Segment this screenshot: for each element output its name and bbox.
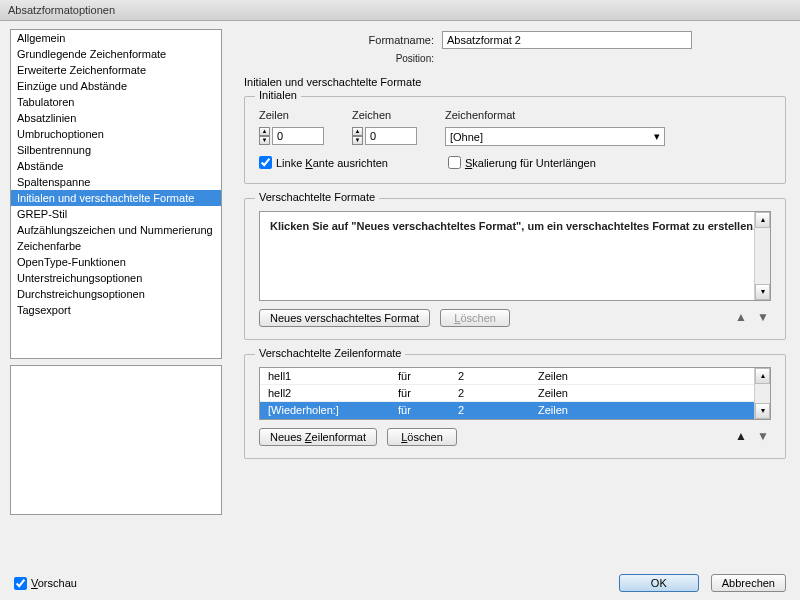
sidebar-item[interactable]: GREP-Stil (11, 206, 221, 222)
sidebar-item[interactable]: Absatzlinien (11, 110, 221, 126)
lineformat-move-up-icon[interactable]: ▲ (733, 429, 749, 445)
preview-checkbox[interactable]: Vorschau (14, 577, 77, 590)
zeichen-label: Zeichen (352, 109, 417, 121)
formatname-input[interactable] (442, 31, 692, 49)
lineformat-cell-word: für (398, 387, 458, 399)
zeichen-spin-up[interactable]: ▲ (352, 127, 363, 136)
lineformat-cell-name: hell1 (268, 370, 398, 382)
lineformat-cell-count: 2 (458, 387, 538, 399)
align-left-label: Linke Kante ausrichten (276, 157, 388, 169)
sidebar-item[interactable]: Abstände (11, 158, 221, 174)
sidebar-item[interactable]: Erweiterte Zeichenformate (11, 62, 221, 78)
zeichen-spin-down[interactable]: ▼ (352, 136, 363, 145)
align-left-checkbox[interactable]: Linke Kante ausrichten (259, 156, 388, 169)
sidebar-item[interactable]: Silbentrennung (11, 142, 221, 158)
lineformats-table[interactable]: hell1für2Zeilenhell2für2Zeilen[Wiederhol… (259, 367, 771, 420)
chevron-down-icon: ▾ (654, 130, 660, 143)
scroll-down-icon[interactable]: ▾ (755, 284, 770, 300)
lineformat-cell-unit: Zeilen (538, 370, 762, 382)
nested-move-up-icon[interactable]: ▲ (733, 310, 749, 326)
align-left-input[interactable] (259, 156, 272, 169)
new-lineformat-button[interactable]: Neues Zeilenformat (259, 428, 377, 446)
lineformat-move-down-icon[interactable]: ▼ (755, 429, 771, 445)
sidebar-item[interactable]: Tabulatoren (11, 94, 221, 110)
lineformat-row[interactable]: [Wiederholen:]für2Zeilen (260, 402, 770, 419)
preview-input[interactable] (14, 577, 27, 590)
lineformat-row[interactable]: hell1für2Zeilen (260, 368, 770, 385)
cancel-button[interactable]: Abbrechen (711, 574, 786, 592)
initials-legend: Initialen (255, 89, 301, 101)
window-title: Absatzformatoptionen (8, 4, 115, 16)
zeichen-input[interactable] (365, 127, 417, 145)
scale-input[interactable] (448, 156, 461, 169)
scroll-up-icon[interactable]: ▴ (755, 212, 770, 228)
sidebar-item[interactable]: Durchstreichungsoptionen (11, 286, 221, 302)
position-label: Position: (244, 53, 434, 64)
scroll-up-icon[interactable]: ▴ (755, 368, 770, 384)
sidebar-item[interactable]: Tagsexport (11, 302, 221, 318)
nested-move-down-icon[interactable]: ▼ (755, 310, 771, 326)
sidebar-item[interactable]: Allgemein (11, 30, 221, 46)
nested-scrollbar[interactable]: ▴ ▾ (754, 212, 770, 300)
lineformat-cell-unit: Zeilen (538, 404, 762, 416)
sidebar-item[interactable]: OpenType-Funktionen (11, 254, 221, 270)
formatname-row: Formatname: (244, 31, 786, 49)
page-title: Initialen und verschachtelte Formate (244, 76, 786, 88)
zeichen-field: Zeichen ▲ ▼ (352, 109, 417, 145)
sidebar-list[interactable]: AllgemeinGrundlegende ZeichenformateErwe… (10, 29, 222, 359)
lineformat-cell-unit: Zeilen (538, 387, 762, 399)
sidebar-item[interactable]: Aufzählungszeichen und Nummerierung (11, 222, 221, 238)
zeilen-spin-down[interactable]: ▼ (259, 136, 270, 145)
sidebar: AllgemeinGrundlegende ZeichenformateErwe… (0, 21, 222, 561)
main-area: AllgemeinGrundlegende ZeichenformateErwe… (0, 21, 800, 561)
nested-group: Verschachtelte Formate Klicken Sie auf "… (244, 198, 786, 340)
position-row: Position: (244, 53, 786, 64)
lineformat-cell-word: für (398, 370, 458, 382)
sidebar-item[interactable]: Unterstreichungsoptionen (11, 270, 221, 286)
zeichenformat-select[interactable]: [Ohne] ▾ (445, 127, 665, 146)
sidebar-preview-box (10, 365, 222, 515)
zeichenformat-value: [Ohne] (450, 131, 483, 143)
scale-label: Skalierung für Unterlängen (465, 157, 596, 169)
lineformat-cell-count: 2 (458, 370, 538, 382)
scroll-down-icon[interactable]: ▾ (755, 403, 770, 419)
zeilen-label: Zeilen (259, 109, 324, 121)
delete-lineformat-button[interactable]: Löschen (387, 428, 457, 446)
zeilen-input[interactable] (272, 127, 324, 145)
sidebar-item[interactable]: Spaltenspanne (11, 174, 221, 190)
sidebar-item[interactable]: Einzüge und Abstände (11, 78, 221, 94)
preview-label: Vorschau (31, 577, 77, 589)
dialog-footer: Vorschau OK Abbrechen (0, 566, 800, 600)
sidebar-item[interactable]: Umbruchoptionen (11, 126, 221, 142)
lineformat-cell-name: hell2 (268, 387, 398, 399)
initials-group: Initialen Zeilen ▲ ▼ Zeichen (244, 96, 786, 184)
lineformats-group: Verschachtelte Zeilenformate hell1für2Ze… (244, 354, 786, 459)
zeichenformat-field: Zeichenformat [Ohne] ▾ (445, 109, 665, 146)
zeichenformat-label: Zeichenformat (445, 109, 665, 121)
nested-legend: Verschachtelte Formate (255, 191, 379, 203)
content-pane: Formatname: Position: Initialen und vers… (222, 21, 800, 561)
nested-hint: Klicken Sie auf "Neues verschachteltes F… (260, 212, 770, 240)
delete-nested-button: Löschen (440, 309, 510, 327)
lineformat-cell-count: 2 (458, 404, 538, 416)
lineformat-row[interactable]: hell2für2Zeilen (260, 385, 770, 402)
nested-listbox[interactable]: Klicken Sie auf "Neues verschachteltes F… (259, 211, 771, 301)
window-titlebar: Absatzformatoptionen (0, 0, 800, 21)
lineformats-legend: Verschachtelte Zeilenformate (255, 347, 405, 359)
ok-button[interactable]: OK (619, 574, 699, 592)
new-nested-button[interactable]: Neues verschachteltes Format (259, 309, 430, 327)
zeilen-field: Zeilen ▲ ▼ (259, 109, 324, 145)
sidebar-item[interactable]: Initialen und verschachtelte Formate (11, 190, 221, 206)
zeilen-spin-up[interactable]: ▲ (259, 127, 270, 136)
sidebar-item[interactable]: Grundlegende Zeichenformate (11, 46, 221, 62)
lineformat-cell-word: für (398, 404, 458, 416)
scale-checkbox[interactable]: Skalierung für Unterlängen (448, 156, 596, 169)
lineformats-scrollbar[interactable]: ▴ ▾ (754, 368, 770, 419)
formatname-label: Formatname: (244, 34, 434, 46)
sidebar-item[interactable]: Zeichenfarbe (11, 238, 221, 254)
lineformat-cell-name: [Wiederholen:] (268, 404, 398, 416)
